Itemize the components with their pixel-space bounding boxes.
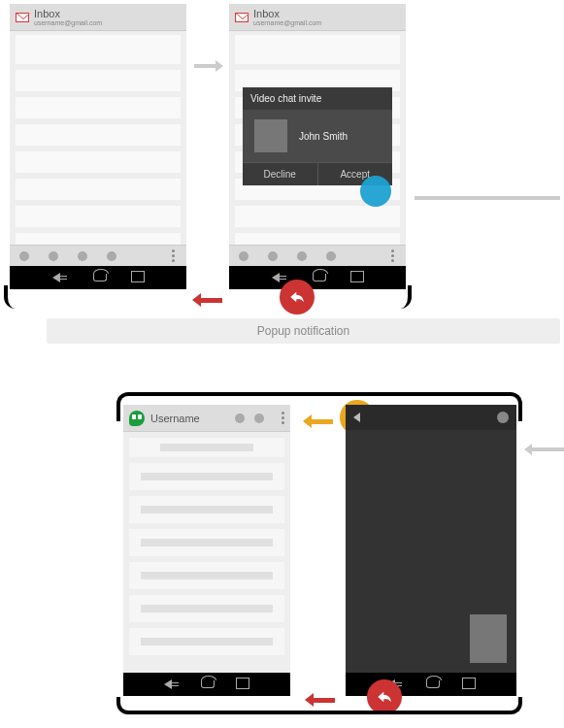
chat-list <box>123 432 290 667</box>
video-call-header <box>346 405 516 430</box>
nav-back-icon[interactable] <box>52 273 67 282</box>
list-item[interactable] <box>129 529 284 556</box>
email-list <box>10 31 186 248</box>
gmail-header: Inbox username@gmail.com <box>229 4 406 31</box>
nav-home-icon[interactable] <box>201 680 215 688</box>
decline-button[interactable]: Decline <box>243 163 317 185</box>
up-caret-icon[interactable] <box>353 413 360 422</box>
header-action-icon[interactable] <box>254 414 264 423</box>
nav-recent-icon[interactable] <box>133 273 145 282</box>
up-flow-arrow-icon <box>303 414 333 428</box>
overflow-menu-icon[interactable] <box>391 249 396 262</box>
video-call-body <box>346 430 516 673</box>
system-navbar <box>123 673 290 696</box>
caller-name: John Smith <box>299 131 348 142</box>
nav-back-icon[interactable] <box>164 679 179 689</box>
gmail-icon <box>16 13 29 22</box>
list-item[interactable] <box>129 496 284 523</box>
username-label: Username <box>150 413 200 424</box>
hangouts-header: Username <box>123 405 290 432</box>
account-subtitle: username@gmail.com <box>253 19 321 26</box>
video-chat-invite-dialog: Video chat invite John Smith Decline Acc… <box>243 87 392 185</box>
dialog-title: Video chat invite <box>243 87 392 110</box>
list-item[interactable] <box>16 97 181 118</box>
nav-recent-icon[interactable] <box>352 273 364 282</box>
list-item[interactable] <box>235 206 400 227</box>
overflow-menu-icon[interactable] <box>282 412 284 424</box>
tab-icon[interactable] <box>49 251 58 261</box>
flow-arrow-icon <box>524 444 564 455</box>
popup-notification-label: Popup notification <box>47 318 560 344</box>
hangouts-icon <box>129 411 145 426</box>
list-item[interactable] <box>16 179 181 200</box>
tab-icon[interactable] <box>326 251 336 261</box>
tab-icon[interactable] <box>19 251 29 261</box>
list-item[interactable] <box>16 206 181 227</box>
list-item[interactable] <box>16 70 181 91</box>
gmail-header: Inbox username@gmail.com <box>10 4 186 31</box>
touch-target-icon <box>360 176 391 207</box>
frame-bracket <box>116 697 522 714</box>
list-item[interactable] <box>16 151 181 173</box>
nav-home-icon[interactable] <box>313 274 326 281</box>
flow-arrow-icon <box>194 60 223 72</box>
list-item[interactable] <box>129 463 284 490</box>
tab-icon[interactable] <box>107 251 116 261</box>
nav-recent-icon[interactable] <box>238 679 249 689</box>
flow-arrow-icon <box>415 196 560 200</box>
caller-avatar <box>254 119 287 152</box>
tab-icon[interactable] <box>239 251 249 261</box>
header-action-icon[interactable] <box>235 414 245 423</box>
tab-icon[interactable] <box>268 251 278 261</box>
list-item[interactable] <box>16 124 181 146</box>
list-item[interactable] <box>235 35 400 64</box>
list-item[interactable] <box>129 438 284 457</box>
inbox-title: Inbox <box>34 8 102 19</box>
frame-bracket <box>4 285 412 309</box>
account-subtitle: username@gmail.com <box>34 19 102 26</box>
overflow-menu-icon[interactable] <box>172 249 177 262</box>
gmail-icon <box>235 13 249 22</box>
nav-home-icon[interactable] <box>426 680 440 688</box>
nav-back-icon[interactable] <box>272 273 286 282</box>
inbox-title: Inbox <box>253 8 321 19</box>
self-video-thumbnail[interactable] <box>470 614 507 663</box>
list-item[interactable] <box>129 595 284 622</box>
nav-recent-icon[interactable] <box>464 679 476 689</box>
tab-icon[interactable] <box>78 251 87 261</box>
tab-icon[interactable] <box>297 251 307 261</box>
list-item[interactable] <box>129 628 284 655</box>
list-item[interactable] <box>16 35 181 64</box>
list-item[interactable] <box>129 562 284 589</box>
tab-bar <box>229 245 406 266</box>
header-action-icon[interactable] <box>497 412 509 423</box>
tab-bar <box>10 245 186 266</box>
nav-home-icon[interactable] <box>93 274 107 281</box>
